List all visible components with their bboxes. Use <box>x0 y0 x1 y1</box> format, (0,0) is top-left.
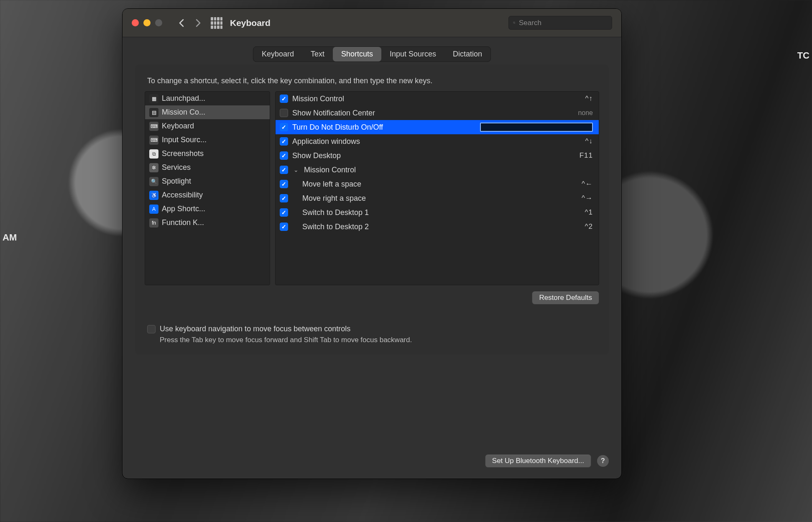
tab-bar: Keyboard Text Shortcuts Input Sources Di… <box>123 37 621 62</box>
app-shortcuts-icon: A <box>149 205 158 214</box>
shortcut-checkbox[interactable] <box>280 180 288 188</box>
chevron-left-icon <box>178 19 185 27</box>
shortcut-key[interactable]: none <box>578 109 593 117</box>
function-keys-icon: fn <box>149 218 158 228</box>
shortcut-checkbox[interactable] <box>280 95 288 103</box>
shortcut-label: Move right a space <box>292 194 577 203</box>
traffic-lights <box>132 19 162 26</box>
tab-shortcuts[interactable]: Shortcuts <box>333 47 381 61</box>
category-label: Spotlight <box>162 177 191 186</box>
shortcut-checkbox[interactable] <box>280 137 288 146</box>
category-row[interactable]: ⧉Screenshots <box>145 147 270 161</box>
titlebar: Keyboard <box>123 9 621 37</box>
chevron-down-icon[interactable]: ⌄ <box>292 166 300 173</box>
shortcut-checkbox[interactable] <box>280 151 288 160</box>
shortcut-label: Application windows <box>292 137 581 146</box>
accessibility-icon: ♿ <box>149 191 158 200</box>
minimize-button[interactable] <box>143 19 151 26</box>
category-list[interactable]: ▦Launchpad...▤Mission Co...⌨Keyboard⌨Inp… <box>145 91 270 285</box>
category-label: Mission Co... <box>162 108 205 117</box>
tab-dictation[interactable]: Dictation <box>444 47 490 61</box>
shortcut-label: Show Notification Center <box>292 109 574 118</box>
shortcut-label: Switch to Desktop 2 <box>292 223 581 231</box>
category-label: Keyboard <box>162 122 194 130</box>
shortcut-row[interactable]: ⌄Mission Control <box>276 163 599 177</box>
restore-defaults-button[interactable]: Restore Defaults <box>532 291 599 304</box>
shortcut-key[interactable]: ^→ <box>582 194 593 202</box>
category-row[interactable]: ♿Accessibility <box>145 188 270 202</box>
shortcut-row[interactable]: Switch to Desktop 1^1 <box>276 205 599 220</box>
search-input[interactable] <box>519 19 608 27</box>
shortcut-label: Turn Do Not Disturb On/Off <box>292 123 476 132</box>
zoom-button[interactable] <box>155 19 162 26</box>
shortcut-row[interactable]: Move right a space^→ <box>276 191 599 205</box>
keyboard-nav-label: Use keyboard navigation to move focus be… <box>160 325 350 333</box>
show-all-button[interactable] <box>211 17 222 29</box>
shortcut-key[interactable]: ^↓ <box>585 137 593 146</box>
category-label: App Shortc... <box>162 205 205 213</box>
svg-line-1 <box>515 23 515 23</box>
category-row[interactable]: fnFunction K... <box>145 216 270 230</box>
shortcut-row[interactable]: Mission Control^↑ <box>276 92 599 106</box>
shortcut-key[interactable]: ^← <box>582 180 593 188</box>
tab-text[interactable]: Text <box>302 47 333 61</box>
shortcut-checkbox[interactable] <box>280 109 288 117</box>
shortcut-checkbox[interactable] <box>280 166 288 174</box>
preferences-window: Keyboard Keyboard Text Shortcuts Input S… <box>122 8 622 479</box>
bluetooth-keyboard-button[interactable]: Set Up Bluetooth Keyboard... <box>485 454 591 468</box>
shortcut-list[interactable]: Mission Control^↑Show Notification Cente… <box>275 91 599 285</box>
shortcut-checkbox[interactable] <box>280 194 288 202</box>
shortcut-label: Switch to Desktop 1 <box>292 208 581 217</box>
category-row[interactable]: ✲Services <box>145 161 270 174</box>
launchpad-icon: ▦ <box>149 94 158 103</box>
shortcut-key[interactable]: F11 <box>580 151 593 160</box>
shortcut-row[interactable]: Move left a space^← <box>276 177 599 191</box>
keyboard-nav-hint: Press the Tab key to move focus forward … <box>160 336 597 344</box>
category-label: Function K... <box>162 218 204 227</box>
category-row[interactable]: ▤Mission Co... <box>145 105 270 119</box>
category-row[interactable]: ⌨Input Sourc... <box>145 133 270 147</box>
help-button[interactable]: ? <box>597 455 609 467</box>
keyboard-icon: ⌨ <box>149 122 158 131</box>
screenshots-icon: ⧉ <box>149 149 158 159</box>
shortcut-label: Move left a space <box>292 180 577 189</box>
shortcut-key[interactable]: ^1 <box>585 208 593 217</box>
shortcut-checkbox[interactable] <box>280 123 288 131</box>
shortcut-checkbox[interactable] <box>280 208 288 217</box>
category-row[interactable]: ⌨Keyboard <box>145 119 270 133</box>
spotlight-icon: 🔍 <box>149 177 158 186</box>
back-button[interactable] <box>175 16 188 30</box>
tab-input-sources[interactable]: Input Sources <box>381 47 444 61</box>
forward-button[interactable] <box>192 16 205 30</box>
category-row[interactable]: ▦Launchpad... <box>145 92 270 105</box>
shortcut-row[interactable]: Show DesktopF11 <box>276 148 599 163</box>
chevron-right-icon <box>195 19 202 27</box>
shortcut-row[interactable]: Application windows^↓ <box>276 134 599 148</box>
shortcut-label: Mission Control <box>304 166 593 174</box>
window-title: Keyboard <box>230 18 271 28</box>
search-icon <box>513 19 516 26</box>
close-button[interactable] <box>132 19 139 26</box>
category-row[interactable]: 🔍Spotlight <box>145 174 270 188</box>
svg-point-0 <box>513 22 515 23</box>
shortcut-row[interactable]: Show Notification Centernone <box>276 106 599 120</box>
category-label: Screenshots <box>162 149 204 158</box>
category-row[interactable]: AApp Shortc... <box>145 202 270 216</box>
category-label: Input Sourc... <box>162 136 207 144</box>
shortcut-label: Show Desktop <box>292 151 575 160</box>
shortcut-checkbox[interactable] <box>280 223 288 231</box>
search-field[interactable] <box>508 16 612 30</box>
category-label: Launchpad... <box>162 94 205 103</box>
segmented-control: Keyboard Text Shortcuts Input Sources Di… <box>253 46 491 62</box>
shortcuts-group: To change a shortcut, select it, click t… <box>135 64 609 355</box>
shortcut-key[interactable]: ^↑ <box>585 95 593 103</box>
shortcut-row[interactable]: Switch to Desktop 2^2 <box>276 220 599 234</box>
category-label: Services <box>162 163 191 172</box>
tab-keyboard[interactable]: Keyboard <box>253 47 302 61</box>
shortcut-key-input[interactable] <box>480 123 593 132</box>
instructions-text: To change a shortcut, select it, click t… <box>147 77 597 85</box>
shortcut-key[interactable]: ^2 <box>585 223 593 231</box>
category-label: Accessibility <box>162 191 203 200</box>
shortcut-row[interactable]: Turn Do Not Disturb On/Off <box>276 120 599 134</box>
keyboard-nav-checkbox[interactable] <box>147 325 156 333</box>
